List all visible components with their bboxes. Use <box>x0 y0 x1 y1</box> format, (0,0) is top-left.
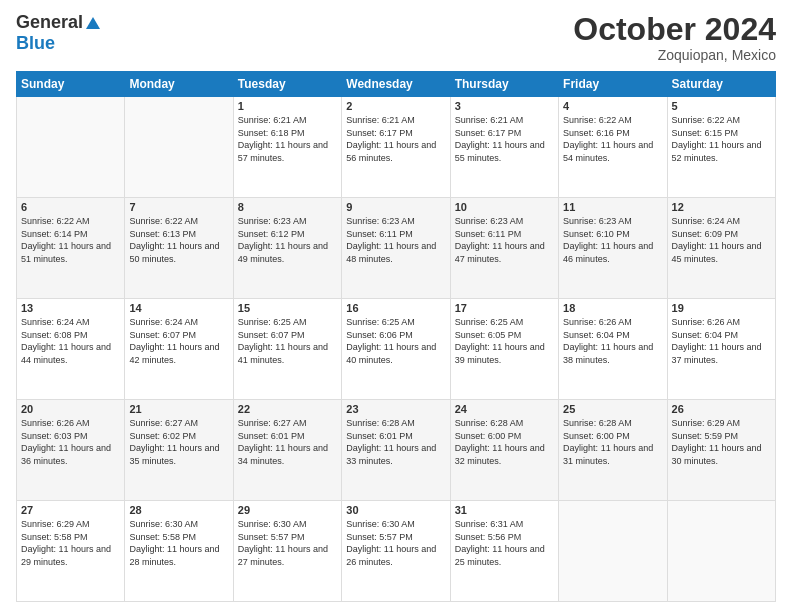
table-row: 9Sunrise: 6:23 AMSunset: 6:11 PMDaylight… <box>342 198 450 299</box>
day-number: 28 <box>129 504 228 516</box>
day-number: 25 <box>563 403 662 415</box>
table-row: 4Sunrise: 6:22 AMSunset: 6:16 PMDaylight… <box>559 97 667 198</box>
day-info: Sunrise: 6:24 AMSunset: 6:08 PMDaylight:… <box>21 316 120 366</box>
day-info: Sunrise: 6:21 AMSunset: 6:17 PMDaylight:… <box>346 114 445 164</box>
table-row: 7Sunrise: 6:22 AMSunset: 6:13 PMDaylight… <box>125 198 233 299</box>
day-number: 9 <box>346 201 445 213</box>
col-thursday: Thursday <box>450 72 558 97</box>
day-info: Sunrise: 6:22 AMSunset: 6:16 PMDaylight:… <box>563 114 662 164</box>
table-row: 2Sunrise: 6:21 AMSunset: 6:17 PMDaylight… <box>342 97 450 198</box>
location: Zoquiopan, Mexico <box>573 47 776 63</box>
svg-marker-0 <box>86 17 100 29</box>
calendar-week-row: 1Sunrise: 6:21 AMSunset: 6:18 PMDaylight… <box>17 97 776 198</box>
day-info: Sunrise: 6:21 AMSunset: 6:18 PMDaylight:… <box>238 114 337 164</box>
header: General Blue October 2024 Zoquiopan, Mex… <box>16 12 776 63</box>
col-friday: Friday <box>559 72 667 97</box>
table-row: 10Sunrise: 6:23 AMSunset: 6:11 PMDayligh… <box>450 198 558 299</box>
title-block: October 2024 Zoquiopan, Mexico <box>573 12 776 63</box>
day-number: 16 <box>346 302 445 314</box>
day-number: 20 <box>21 403 120 415</box>
day-number: 11 <box>563 201 662 213</box>
day-info: Sunrise: 6:25 AMSunset: 6:07 PMDaylight:… <box>238 316 337 366</box>
day-info: Sunrise: 6:24 AMSunset: 6:09 PMDaylight:… <box>672 215 771 265</box>
day-number: 30 <box>346 504 445 516</box>
day-number: 19 <box>672 302 771 314</box>
day-info: Sunrise: 6:28 AMSunset: 6:00 PMDaylight:… <box>455 417 554 467</box>
table-row: 24Sunrise: 6:28 AMSunset: 6:00 PMDayligh… <box>450 400 558 501</box>
day-info: Sunrise: 6:24 AMSunset: 6:07 PMDaylight:… <box>129 316 228 366</box>
day-number: 27 <box>21 504 120 516</box>
table-row: 1Sunrise: 6:21 AMSunset: 6:18 PMDaylight… <box>233 97 341 198</box>
day-info: Sunrise: 6:25 AMSunset: 6:06 PMDaylight:… <box>346 316 445 366</box>
day-number: 21 <box>129 403 228 415</box>
day-number: 4 <box>563 100 662 112</box>
table-row <box>559 501 667 602</box>
calendar-week-row: 20Sunrise: 6:26 AMSunset: 6:03 PMDayligh… <box>17 400 776 501</box>
table-row: 25Sunrise: 6:28 AMSunset: 6:00 PMDayligh… <box>559 400 667 501</box>
table-row: 30Sunrise: 6:30 AMSunset: 5:57 PMDayligh… <box>342 501 450 602</box>
day-number: 24 <box>455 403 554 415</box>
day-info: Sunrise: 6:29 AMSunset: 5:58 PMDaylight:… <box>21 518 120 568</box>
day-info: Sunrise: 6:28 AMSunset: 6:01 PMDaylight:… <box>346 417 445 467</box>
day-info: Sunrise: 6:23 AMSunset: 6:10 PMDaylight:… <box>563 215 662 265</box>
day-number: 1 <box>238 100 337 112</box>
table-row <box>125 97 233 198</box>
day-info: Sunrise: 6:30 AMSunset: 5:57 PMDaylight:… <box>238 518 337 568</box>
table-row: 19Sunrise: 6:26 AMSunset: 6:04 PMDayligh… <box>667 299 775 400</box>
day-number: 13 <box>21 302 120 314</box>
logo-general: General <box>16 12 83 32</box>
calendar-header-row: Sunday Monday Tuesday Wednesday Thursday… <box>17 72 776 97</box>
day-info: Sunrise: 6:30 AMSunset: 5:57 PMDaylight:… <box>346 518 445 568</box>
day-number: 22 <box>238 403 337 415</box>
day-number: 26 <box>672 403 771 415</box>
table-row: 15Sunrise: 6:25 AMSunset: 6:07 PMDayligh… <box>233 299 341 400</box>
calendar-week-row: 13Sunrise: 6:24 AMSunset: 6:08 PMDayligh… <box>17 299 776 400</box>
day-number: 18 <box>563 302 662 314</box>
page: General Blue October 2024 Zoquiopan, Mex… <box>0 0 792 612</box>
day-info: Sunrise: 6:26 AMSunset: 6:03 PMDaylight:… <box>21 417 120 467</box>
table-row: 18Sunrise: 6:26 AMSunset: 6:04 PMDayligh… <box>559 299 667 400</box>
table-row: 17Sunrise: 6:25 AMSunset: 6:05 PMDayligh… <box>450 299 558 400</box>
day-info: Sunrise: 6:27 AMSunset: 6:01 PMDaylight:… <box>238 417 337 467</box>
day-number: 17 <box>455 302 554 314</box>
day-number: 14 <box>129 302 228 314</box>
day-number: 6 <box>21 201 120 213</box>
table-row: 8Sunrise: 6:23 AMSunset: 6:12 PMDaylight… <box>233 198 341 299</box>
col-wednesday: Wednesday <box>342 72 450 97</box>
table-row: 22Sunrise: 6:27 AMSunset: 6:01 PMDayligh… <box>233 400 341 501</box>
day-number: 23 <box>346 403 445 415</box>
day-info: Sunrise: 6:21 AMSunset: 6:17 PMDaylight:… <box>455 114 554 164</box>
day-info: Sunrise: 6:23 AMSunset: 6:12 PMDaylight:… <box>238 215 337 265</box>
day-number: 3 <box>455 100 554 112</box>
day-info: Sunrise: 6:22 AMSunset: 6:15 PMDaylight:… <box>672 114 771 164</box>
day-info: Sunrise: 6:25 AMSunset: 6:05 PMDaylight:… <box>455 316 554 366</box>
day-number: 15 <box>238 302 337 314</box>
table-row: 26Sunrise: 6:29 AMSunset: 5:59 PMDayligh… <box>667 400 775 501</box>
day-number: 2 <box>346 100 445 112</box>
table-row: 6Sunrise: 6:22 AMSunset: 6:14 PMDaylight… <box>17 198 125 299</box>
table-row <box>667 501 775 602</box>
col-monday: Monday <box>125 72 233 97</box>
table-row: 13Sunrise: 6:24 AMSunset: 6:08 PMDayligh… <box>17 299 125 400</box>
day-number: 10 <box>455 201 554 213</box>
table-row: 23Sunrise: 6:28 AMSunset: 6:01 PMDayligh… <box>342 400 450 501</box>
table-row: 16Sunrise: 6:25 AMSunset: 6:06 PMDayligh… <box>342 299 450 400</box>
calendar-week-row: 27Sunrise: 6:29 AMSunset: 5:58 PMDayligh… <box>17 501 776 602</box>
day-info: Sunrise: 6:23 AMSunset: 6:11 PMDaylight:… <box>346 215 445 265</box>
col-saturday: Saturday <box>667 72 775 97</box>
table-row: 3Sunrise: 6:21 AMSunset: 6:17 PMDaylight… <box>450 97 558 198</box>
table-row: 5Sunrise: 6:22 AMSunset: 6:15 PMDaylight… <box>667 97 775 198</box>
day-info: Sunrise: 6:23 AMSunset: 6:11 PMDaylight:… <box>455 215 554 265</box>
day-info: Sunrise: 6:28 AMSunset: 6:00 PMDaylight:… <box>563 417 662 467</box>
table-row: 29Sunrise: 6:30 AMSunset: 5:57 PMDayligh… <box>233 501 341 602</box>
day-info: Sunrise: 6:22 AMSunset: 6:14 PMDaylight:… <box>21 215 120 265</box>
day-number: 29 <box>238 504 337 516</box>
table-row <box>17 97 125 198</box>
table-row: 28Sunrise: 6:30 AMSunset: 5:58 PMDayligh… <box>125 501 233 602</box>
col-sunday: Sunday <box>17 72 125 97</box>
logo: General Blue <box>16 12 103 54</box>
day-info: Sunrise: 6:31 AMSunset: 5:56 PMDaylight:… <box>455 518 554 568</box>
month-title: October 2024 <box>573 12 776 47</box>
calendar-week-row: 6Sunrise: 6:22 AMSunset: 6:14 PMDaylight… <box>17 198 776 299</box>
calendar-table: Sunday Monday Tuesday Wednesday Thursday… <box>16 71 776 602</box>
